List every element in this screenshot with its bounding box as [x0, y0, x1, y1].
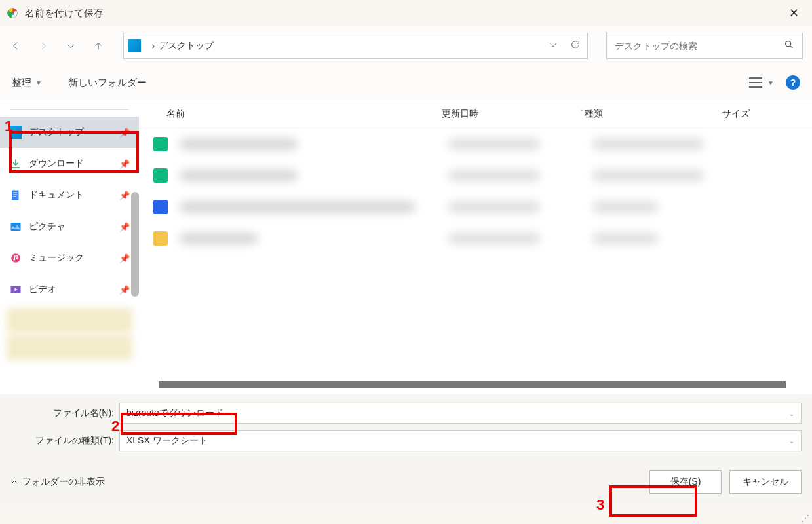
- file-name-blurred: [180, 170, 298, 181]
- pin-icon[interactable]: 📌: [119, 222, 130, 232]
- recent-locations-dropdown[interactable]: [64, 39, 77, 52]
- music-icon: [9, 252, 22, 265]
- pin-icon[interactable]: 📌: [119, 253, 130, 263]
- video-icon: [9, 283, 22, 296]
- resize-grip[interactable]: ⋰: [802, 514, 809, 523]
- cancel-button[interactable]: キャンセル: [729, 470, 802, 494]
- forward-button[interactable]: [37, 39, 50, 52]
- file-row[interactable]: [139, 223, 812, 254]
- svg-rect-5: [13, 195, 17, 195]
- sidebar-item-blurred: [7, 308, 132, 333]
- svg-rect-6: [13, 196, 16, 197]
- sidebar-item-documents[interactable]: ドキュメント 📌: [0, 179, 139, 211]
- sidebar-item-music[interactable]: ミュージック 📌: [0, 242, 139, 274]
- sidebar-item-label: ビデオ: [29, 284, 113, 295]
- address-bar[interactable]: › デスクトップ: [123, 33, 588, 59]
- filetype-dropdown[interactable]: XLSX ワークシート ⌄: [119, 430, 802, 451]
- pin-icon[interactable]: 📌: [119, 191, 130, 200]
- up-button[interactable]: [92, 39, 105, 52]
- file-row[interactable]: [139, 128, 812, 160]
- chrome-icon: [7, 7, 18, 19]
- sidebar-item-downloads[interactable]: ダウンロード 📌: [0, 148, 139, 179]
- horizontal-scrollbar[interactable]: [159, 381, 786, 388]
- pin-icon[interactable]: 📌: [119, 128, 130, 138]
- file-row[interactable]: [139, 160, 812, 191]
- toolbar: 整理▼ 新しいフォルダー ▼ ?: [0, 66, 812, 100]
- pin-icon[interactable]: 📌: [119, 159, 130, 169]
- sidebar-item-label: ミュージック: [29, 252, 113, 264]
- document-icon: [9, 189, 22, 202]
- download-icon: [9, 157, 22, 170]
- back-button[interactable]: [9, 39, 22, 52]
- filename-value: bizrouteでダウンロード: [126, 407, 223, 419]
- file-date-blurred: [448, 233, 540, 244]
- file-name-blurred: [180, 201, 416, 213]
- save-button[interactable]: 保存(S): [649, 470, 722, 494]
- column-size[interactable]: サイズ: [722, 108, 803, 120]
- new-folder-button[interactable]: 新しいフォルダー: [68, 77, 147, 89]
- file-icon: [153, 200, 168, 214]
- filetype-label: ファイルの種類(T):: [10, 435, 119, 447]
- chevron-down-icon[interactable]: ⌄: [789, 410, 794, 417]
- file-icon: [153, 137, 168, 151]
- folder-icon: [153, 231, 168, 246]
- sidebar: デスクトップ 📌 ダウンロード 📌 ドキュメント 📌 ピクチャ 📌 ミュージック…: [0, 100, 139, 394]
- desktop-icon: [128, 39, 141, 52]
- search-field[interactable]: [606, 33, 803, 59]
- file-name-blurred: [180, 138, 298, 150]
- desktop-icon: [9, 126, 22, 139]
- pin-icon[interactable]: 📌: [119, 285, 130, 295]
- titlebar: 名前を付けて保存 ✕: [0, 0, 812, 26]
- svg-rect-3: [12, 191, 19, 200]
- help-button[interactable]: ?: [786, 75, 800, 90]
- file-list: 名前 更新日時⌄ 種類 サイズ: [139, 100, 812, 394]
- list-view-icon: [749, 77, 762, 88]
- svg-point-8: [11, 253, 20, 263]
- file-type-blurred: [592, 138, 704, 150]
- column-headers[interactable]: 名前 更新日時⌄ 種類 サイズ: [139, 100, 812, 128]
- organize-dropdown[interactable]: 整理▼: [12, 77, 42, 89]
- svg-rect-4: [13, 193, 17, 193]
- body-area: デスクトップ 📌 ダウンロード 📌 ドキュメント 📌 ピクチャ 📌 ミュージック…: [0, 100, 812, 394]
- footer: フォルダーの非表示 保存(S) キャンセル: [0, 458, 812, 506]
- chevron-right-icon: ›: [151, 40, 155, 52]
- search-input[interactable]: [615, 41, 784, 51]
- save-form: ファイル名(N): bizrouteでダウンロード ⌄ ファイルの種類(T): …: [0, 394, 812, 458]
- pictures-icon: [9, 220, 22, 233]
- address-dropdown[interactable]: [548, 39, 558, 52]
- refresh-button[interactable]: [570, 39, 581, 52]
- chevron-down-icon[interactable]: ⌄: [789, 438, 794, 445]
- window-title: 名前を付けて保存: [25, 7, 783, 20]
- hide-folders-toggle[interactable]: フォルダーの非表示: [10, 476, 105, 488]
- search-icon[interactable]: [784, 39, 794, 52]
- sidebar-item-desktop[interactable]: デスクトップ 📌: [0, 117, 139, 148]
- svg-point-2: [786, 41, 791, 47]
- sidebar-item-pictures[interactable]: ピクチャ 📌: [0, 211, 139, 242]
- navigation-bar: › デスクトップ: [0, 26, 812, 66]
- filename-label: ファイル名(N):: [10, 407, 119, 419]
- column-name[interactable]: 名前: [166, 108, 442, 120]
- column-date[interactable]: 更新日時⌄: [442, 108, 585, 120]
- sidebar-item-label: ドキュメント: [29, 189, 113, 201]
- sidebar-item-label: ピクチャ: [29, 221, 113, 233]
- filename-input[interactable]: bizrouteでダウンロード ⌄: [119, 403, 802, 424]
- sidebar-item-blurred: [7, 335, 132, 360]
- file-icon: [153, 168, 168, 183]
- svg-point-10: [16, 257, 18, 259]
- sidebar-item-label: ダウンロード: [29, 158, 113, 170]
- file-date-blurred: [448, 170, 540, 181]
- close-button[interactable]: ✕: [783, 3, 805, 23]
- file-type-blurred: [592, 170, 704, 181]
- view-dropdown[interactable]: ▼: [749, 77, 774, 88]
- file-row[interactable]: [139, 191, 812, 223]
- file-date-blurred: [448, 138, 540, 150]
- filetype-value: XLSX ワークシート: [126, 435, 208, 447]
- sidebar-scrollbar[interactable]: [131, 192, 139, 297]
- file-name-blurred: [180, 233, 258, 244]
- hide-folders-label: フォルダーの非表示: [22, 476, 105, 488]
- sidebar-item-label: デスクトップ: [29, 126, 113, 138]
- column-type[interactable]: 種類: [585, 108, 722, 120]
- breadcrumb-location[interactable]: デスクトップ: [159, 40, 214, 52]
- file-date-blurred: [448, 201, 540, 213]
- sidebar-item-videos[interactable]: ビデオ 📌: [0, 274, 139, 305]
